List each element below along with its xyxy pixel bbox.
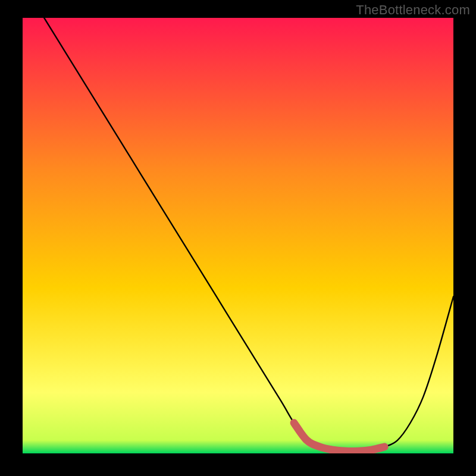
- chart-svg: [23, 18, 453, 453]
- plot-area: [23, 18, 453, 453]
- gradient-background: [23, 18, 453, 453]
- watermark-text: TheBottleneck.com: [356, 2, 470, 18]
- chart-container: TheBottleneck.com: [0, 0, 476, 476]
